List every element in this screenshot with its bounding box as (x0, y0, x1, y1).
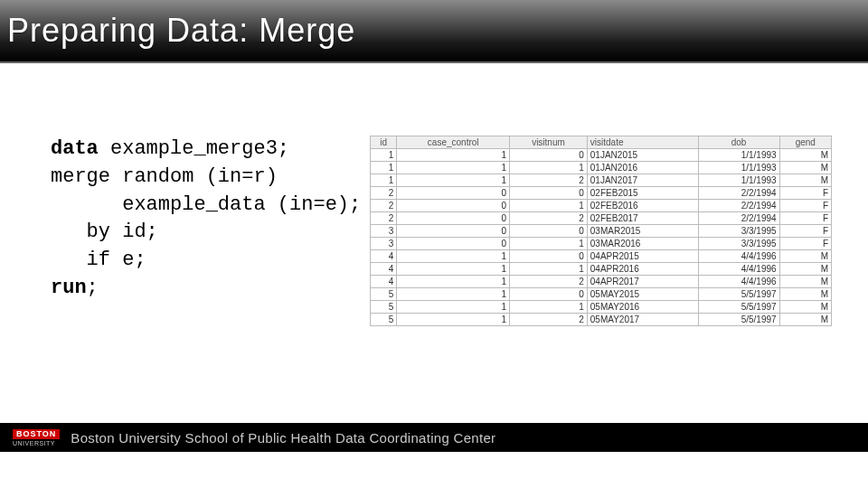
table-cell: M (779, 314, 831, 326)
table-cell: 0 (510, 225, 588, 238)
code-line-2: merge random (in=r) (51, 165, 278, 188)
table-cell: 04APR2015 (587, 250, 698, 263)
table-cell: 1 (510, 301, 588, 314)
table-cell: 2 (371, 187, 397, 200)
table-cell: F (779, 225, 831, 238)
table-cell: 2 (371, 200, 397, 212)
table-cell: 3 (371, 225, 397, 238)
table-row: 20202FEB20172/2/1994F (371, 212, 832, 225)
table-cell: 0 (397, 200, 510, 212)
table-cell: 03MAR2015 (587, 225, 698, 238)
table-row: 41004APR20154/4/1996M (371, 250, 832, 263)
table-row: 41204APR20174/4/1996M (371, 276, 832, 288)
table-cell: 5/5/1997 (698, 301, 779, 314)
data-table-wrap: id case_control visitnum visitdate dob g… (370, 136, 832, 326)
table-cell: 05MAY2016 (587, 301, 698, 314)
table-cell: 2/2/1994 (698, 187, 779, 200)
table-cell: 1 (397, 250, 510, 263)
footer-text: Boston University School of Public Healt… (71, 430, 495, 446)
table-cell: 1 (397, 314, 510, 326)
table-cell: 1/1/1993 (698, 162, 779, 174)
table-cell: 4/4/1996 (698, 250, 779, 263)
code-line-6: ; (87, 277, 99, 299)
code-block: data example_merge3; merge random (in=r)… (51, 136, 361, 326)
table-cell: F (779, 200, 831, 212)
table-row: 51105MAY20165/5/1997M (371, 301, 832, 314)
table-cell: 4 (371, 263, 397, 276)
footer-bar: BOSTON UNIVERSITY Boston University Scho… (0, 423, 868, 452)
table-cell: 2 (510, 212, 588, 225)
code-line-5: if e; (51, 249, 146, 271)
col-id: id (371, 136, 397, 149)
table-cell: 1 (397, 288, 510, 301)
table-cell: 2 (510, 314, 588, 326)
table-row: 11001JAN20151/1/1993M (371, 149, 832, 162)
table-row: 20002FEB20152/2/1994F (371, 187, 832, 200)
table-row: 11201JAN20171/1/1993M (371, 174, 832, 187)
table-cell: 1/1/1993 (698, 174, 779, 187)
table-cell: 1 (510, 263, 588, 276)
table-cell: 2/2/1994 (698, 200, 779, 212)
table-cell: M (779, 162, 831, 174)
title-bar: Preparing Data: Merge (0, 0, 868, 63)
table-cell: F (779, 187, 831, 200)
table-cell: 0 (397, 187, 510, 200)
table-cell: 3/3/1995 (698, 238, 779, 250)
table-cell: 2 (510, 174, 588, 187)
table-cell: 1 (510, 162, 588, 174)
table-cell: 01JAN2017 (587, 174, 698, 187)
table-cell: 02FEB2015 (587, 187, 698, 200)
table-cell: 2 (371, 212, 397, 225)
table-row: 41104APR20164/4/1996M (371, 263, 832, 276)
table-cell: 1 (397, 276, 510, 288)
table-cell: 1 (371, 149, 397, 162)
table-cell: 05MAY2015 (587, 288, 698, 301)
table-cell: 1 (397, 263, 510, 276)
table-cell: M (779, 174, 831, 187)
page-title: Preparing Data: Merge (7, 12, 355, 50)
table-cell: 0 (397, 238, 510, 250)
code-line-3: example_data (in=e); (51, 193, 361, 216)
code-line-1: example_merge3; (99, 137, 289, 160)
col-visitdate: visitdate (587, 136, 698, 149)
table-cell: M (779, 301, 831, 314)
content-area: data example_merge3; merge random (in=r)… (0, 63, 868, 326)
table-cell: 1 (397, 149, 510, 162)
col-case-control: case_control (397, 136, 510, 149)
table-cell: F (779, 238, 831, 250)
table-cell: 0 (510, 250, 588, 263)
table-cell: 5 (371, 314, 397, 326)
col-dob: dob (698, 136, 779, 149)
table-cell: 5 (371, 288, 397, 301)
table-cell: 4 (371, 276, 397, 288)
table-cell: 5/5/1997 (698, 288, 779, 301)
table-header-row: id case_control visitnum visitdate dob g… (371, 136, 832, 149)
table-cell: 1 (510, 238, 588, 250)
table-cell: 4/4/1996 (698, 276, 779, 288)
table-cell: 1 (397, 301, 510, 314)
table-cell: 05MAY2017 (587, 314, 698, 326)
table-cell: 5 (371, 301, 397, 314)
table-cell: 03MAR2016 (587, 238, 698, 250)
code-line-4: by id; (51, 221, 158, 243)
table-cell: M (779, 263, 831, 276)
logo: BOSTON UNIVERSITY (13, 429, 60, 446)
table-cell: 1 (397, 174, 510, 187)
table-cell: 1 (510, 200, 588, 212)
col-visitnum: visitnum (510, 136, 588, 149)
table-cell: M (779, 250, 831, 263)
data-table: id case_control visitnum visitdate dob g… (370, 136, 832, 326)
table-cell: 0 (510, 187, 588, 200)
table-cell: 0 (397, 225, 510, 238)
table-cell: 02FEB2017 (587, 212, 698, 225)
table-cell: 2 (510, 276, 588, 288)
table-cell: 1/1/1993 (698, 149, 779, 162)
table-row: 11101JAN20161/1/1993M (371, 162, 832, 174)
table-cell: 1 (397, 162, 510, 174)
keyword-data: data (51, 137, 99, 160)
table-cell: 04APR2016 (587, 263, 698, 276)
table-cell: 0 (510, 288, 588, 301)
table-cell: M (779, 149, 831, 162)
table-cell: M (779, 288, 831, 301)
table-row: 30003MAR20153/3/1995F (371, 225, 832, 238)
